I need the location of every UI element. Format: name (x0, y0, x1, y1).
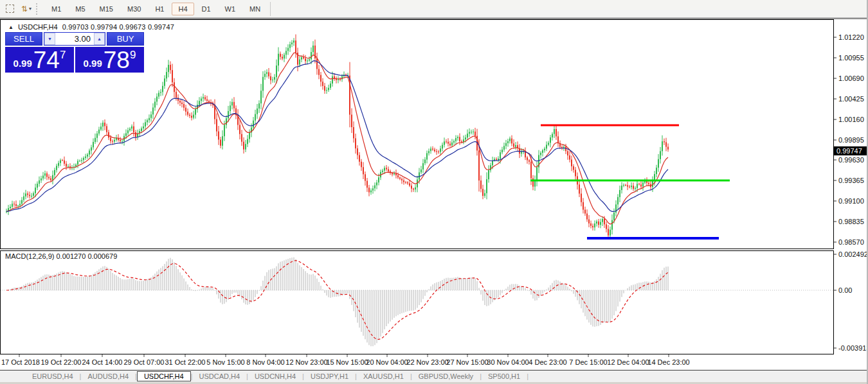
time-axis-label: 12 Dec 04:00 (607, 358, 649, 366)
volume-input[interactable]: 3.00 (55, 33, 94, 45)
chart-ohlc-values: 0.99703 0.99794 0.99673 0.99747 (62, 23, 174, 31)
buy-price-prefix: 0.99 (84, 58, 102, 68)
volume-up-button[interactable]: ▲ (94, 33, 105, 45)
tf-button-h4[interactable]: H4 (172, 3, 194, 15)
tab-separator: | (527, 372, 529, 380)
time-axis-label: 30 Nov 04:00 (487, 358, 529, 366)
buy-button[interactable]: BUY (107, 32, 144, 46)
tab-usdcnh-h4[interactable]: USDCNH,H4 (248, 371, 302, 381)
tab-usdchf-h4[interactable]: USDCHF,H4 (137, 371, 191, 381)
chart-title: ▲ USDCHF,H4 0.99703 0.99794 0.99673 0.99… (8, 23, 174, 31)
price-axis-label: 0.99100 (838, 197, 864, 205)
toolbar: ⇅ ▾ M1M5M15M30H1H4D1W1MN (0, 0, 868, 18)
time-axis-label: 24 Oct 14:00 (82, 358, 123, 366)
time-axis-label: 14 Dec 23:00 (647, 358, 689, 366)
dashed-box-icon (6, 4, 14, 13)
macd-axis-label: 0.00 (838, 286, 852, 294)
window-edge (0, 18, 868, 19)
price-axis-label: 1.00160 (838, 116, 864, 123)
volume-down-button[interactable]: ▼ (44, 33, 55, 45)
tab-xauusd-h1[interactable]: XAUUSD,H1 (357, 371, 410, 381)
price-axis-label: 0.99365 (838, 177, 864, 184)
tab-usdcad-h4[interactable]: USDCAD,H4 (192, 371, 246, 381)
sell-price-main: 74 (33, 51, 60, 70)
tf-button-d1[interactable]: D1 (195, 3, 217, 15)
time-axis-label: 8 Nov 04:00 (246, 358, 284, 366)
tf-button-h1[interactable]: H1 (149, 3, 170, 15)
tf-button-w1[interactable]: W1 (219, 3, 242, 15)
price-axis-label: 0.98570 (838, 238, 864, 246)
sell-button[interactable]: SELL (5, 32, 42, 46)
time-axis-label: 4 Dec 23:00 (529, 358, 566, 366)
time-axis-label: 27 Nov 15:00 (446, 358, 488, 366)
macd-axis-label: -0.003913 (838, 344, 868, 352)
time-axis-label: 15 Nov 15:00 (326, 358, 368, 366)
buy-price-main: 78 (104, 51, 130, 70)
tf-button-m30[interactable]: M30 (121, 3, 147, 15)
sell-price-prefix: 0.99 (14, 58, 32, 68)
dropdown-caret-icon: ▾ (29, 6, 32, 12)
price-axis-label: 1.01220 (838, 33, 864, 41)
macd-indicator-label: MACD(12,26,9) 0.001270 0.000679 (5, 252, 117, 260)
tab-audusd-h4[interactable]: AUDUSD,H4 (81, 371, 135, 381)
time-axis-label: 17 Oct 2018 (1, 358, 40, 366)
sell-price-pane[interactable]: 0.99 74 7 (5, 47, 74, 73)
tab-usdjpy-h1[interactable]: USDJPY,H1 (304, 371, 355, 381)
price-axis-label: 1.00690 (838, 74, 864, 82)
toolbar-grip[interactable] (36, 3, 42, 15)
indicators-icon[interactable]: ⇅ ▾ (19, 3, 33, 15)
volume-box: ▼ 3.00 ▲ (44, 32, 105, 46)
tab-sp500-h1[interactable]: SP500,H1 (482, 371, 527, 381)
tab-gbpusd-weekly[interactable]: GBPUSD,Weekly (412, 371, 480, 381)
price-axis-label: 0.99895 (838, 136, 864, 144)
price-axis-label: 1.00955 (838, 54, 864, 62)
timeframe-buttons: M1M5M15M30H1H4D1W1MN (44, 3, 267, 15)
time-axis-label: 29 Oct 07:00 (124, 358, 165, 366)
time-axis-label: 20 Nov 04:00 (366, 358, 408, 366)
tf-button-m5[interactable]: M5 (69, 3, 91, 15)
current-price-text: 0.99747 (836, 147, 862, 155)
buy-price-sup: 9 (130, 49, 136, 60)
sell-price-sup: 7 (60, 49, 66, 60)
tab-eurusd-h4[interactable]: EURUSD,H4 (26, 371, 80, 381)
tf-button-m15[interactable]: M15 (93, 3, 120, 15)
time-axis-label: 31 Oct 22:00 (165, 358, 206, 366)
buy-price-pane[interactable]: 0.99 78 9 (75, 47, 144, 73)
time-axis-label: 22 Nov 23:00 (406, 358, 448, 366)
tf-button-m1[interactable]: M1 (45, 3, 68, 15)
trade-panel-toggle-icon[interactable]: ▲ (8, 24, 14, 30)
price-axis-label: 0.98835 (838, 218, 864, 225)
tf-button-mn[interactable]: MN (243, 3, 267, 15)
time-axis-label: 5 Nov 15:00 (206, 358, 244, 366)
one-click-trade-panel: SELL ▼ 3.00 ▲ BUY 0.99 74 7 0.99 78 9 (5, 32, 144, 73)
chart-tab-bar: EURUSD,H4|AUDUSD,H4|USDCHF,H4|USDCAD,H4|… (0, 370, 868, 382)
selection-icon[interactable] (3, 3, 17, 15)
toolbar-separator (270, 2, 271, 16)
chart-symbol-label: USDCHF,H4 (18, 23, 58, 31)
macd-axis-label: 0.002492 (838, 250, 868, 258)
price-axis-label: 0.99630 (838, 156, 864, 164)
indicators-glyph-icon: ⇅ (21, 4, 28, 13)
price-axis-label: 1.00425 (838, 95, 864, 103)
time-axis-label: 19 Oct 22:00 (41, 358, 82, 366)
time-axis-label: 7 Dec 15:00 (569, 358, 607, 366)
time-axis-label: 12 Nov 23:00 (285, 358, 327, 366)
